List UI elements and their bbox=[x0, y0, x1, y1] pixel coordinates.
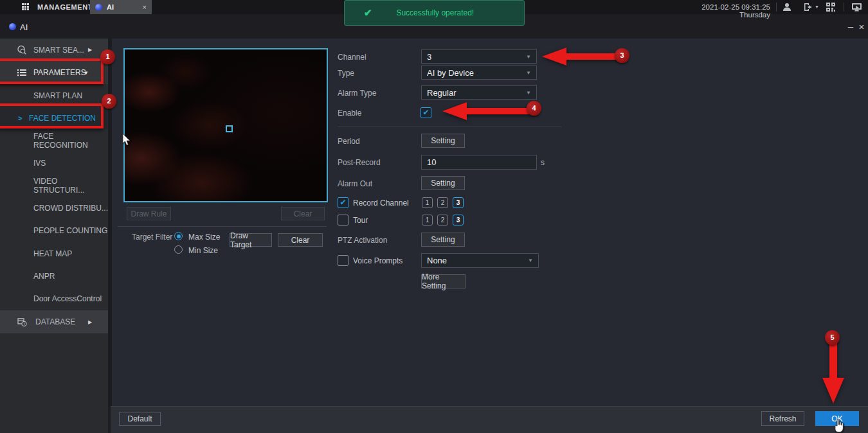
ptz-activation-label: PTZ Activation bbox=[338, 236, 387, 245]
enable-checkbox[interactable]: ✔ bbox=[420, 107, 431, 118]
user-icon[interactable] bbox=[782, 2, 792, 12]
annotation-arrow-3 bbox=[541, 46, 624, 67]
dropdown-caret-icon: ▼ bbox=[526, 90, 531, 96]
sidebar-item-face-recognition[interactable]: FACE RECOGNITION bbox=[0, 129, 108, 152]
voice-prompts-value: None bbox=[427, 256, 447, 265]
record-channel-1-chip[interactable]: 1 bbox=[422, 197, 433, 208]
post-record-label: Post-Record bbox=[338, 158, 381, 167]
refresh-button[interactable]: Refresh bbox=[761, 411, 804, 426]
logout-caret-icon[interactable]: ▼ bbox=[815, 4, 819, 9]
alarm-type-dropdown[interactable]: Regular ▼ bbox=[421, 85, 537, 100]
smart-search-icon bbox=[17, 45, 27, 55]
sidebar-label: IVS bbox=[33, 159, 46, 168]
enable-label: Enable bbox=[338, 109, 361, 118]
ai-config-window: MANAGEMENT AI × 2021-02-25 09:31:25 Thur… bbox=[0, 0, 868, 433]
record-channel-3-chip[interactable]: 3 bbox=[453, 197, 464, 208]
max-size-label: Max Size bbox=[188, 233, 220, 242]
clear-target-button[interactable]: Clear bbox=[278, 233, 323, 247]
alarm-out-label: Alarm Out bbox=[338, 179, 372, 188]
channel-dropdown[interactable]: 3 ▼ bbox=[421, 49, 537, 64]
tour-label: Tour bbox=[353, 216, 368, 225]
tour-checkbox[interactable] bbox=[338, 215, 348, 225]
sidebar-item-anpr[interactable]: ANPR bbox=[0, 265, 108, 287]
target-size-marker[interactable] bbox=[226, 125, 233, 132]
clear-rule-button[interactable]: Clear bbox=[281, 207, 325, 220]
topbar-separator bbox=[844, 3, 844, 12]
expand-right-icon: ▶ bbox=[88, 47, 92, 53]
dropdown-caret-icon: ▼ bbox=[528, 258, 533, 263]
logout-icon[interactable] bbox=[802, 2, 813, 12]
ai-globe-icon bbox=[95, 4, 102, 11]
annotation-box-parameters bbox=[0, 58, 104, 84]
post-record-input[interactable] bbox=[421, 155, 537, 170]
qr-code-icon[interactable] bbox=[826, 2, 836, 12]
ptz-setting-button[interactable]: Setting bbox=[421, 233, 465, 247]
post-record-unit: s bbox=[541, 158, 545, 167]
annotation-badge-1: 1 bbox=[100, 49, 115, 64]
tab-close-icon[interactable]: × bbox=[143, 3, 147, 11]
close-icon[interactable]: × bbox=[857, 21, 866, 32]
sidebar-label: ANPR bbox=[33, 272, 55, 281]
window-globe-icon bbox=[9, 23, 16, 30]
channel-value: 3 bbox=[427, 52, 431, 62]
voice-prompts-label: Voice Prompts bbox=[353, 256, 402, 265]
toast-check-icon: ✔ bbox=[364, 7, 372, 19]
record-channel-2-chip[interactable]: 2 bbox=[437, 197, 448, 208]
annotation-arrow-4 bbox=[441, 101, 538, 121]
annotation-badge-4: 4 bbox=[527, 101, 541, 116]
sidebar-item-database[interactable]: DATABASE ▶ bbox=[0, 310, 108, 333]
tour-2-chip[interactable]: 2 bbox=[437, 215, 448, 225]
apps-grid-icon[interactable] bbox=[22, 3, 30, 12]
sidebar-item-smart-search[interactable]: SMART SEA... ▶ bbox=[0, 39, 108, 61]
voice-prompts-checkbox[interactable] bbox=[338, 255, 348, 266]
datetime-display: 2021-02-25 09:31:25 Thursday bbox=[674, 3, 770, 19]
expand-right-icon: ▶ bbox=[88, 319, 92, 325]
mouse-hand-cursor bbox=[833, 419, 845, 433]
alarm-out-setting-button[interactable]: Setting bbox=[421, 176, 465, 190]
management-menu[interactable]: MANAGEMENT bbox=[37, 3, 93, 11]
sidebar-label: CROWD DISTRIBU... bbox=[33, 204, 108, 213]
record-channel-checkbox[interactable]: ✔ bbox=[338, 197, 348, 208]
dropdown-caret-icon: ▼ bbox=[526, 54, 531, 60]
draw-rule-button[interactable]: Draw Rule bbox=[127, 207, 171, 220]
mouse-arrow-cursor bbox=[122, 134, 131, 146]
more-setting-button[interactable]: More Setting bbox=[421, 274, 466, 288]
annotation-box-face-detection bbox=[0, 103, 104, 128]
video-preview[interactable] bbox=[123, 48, 328, 202]
min-size-label: Min Size bbox=[188, 246, 218, 255]
draw-target-button[interactable]: Draw Target bbox=[230, 233, 272, 247]
sidebar-item-door-access-control[interactable]: Door AccessControl bbox=[0, 287, 108, 310]
sidebar-label: Door AccessControl bbox=[33, 294, 102, 303]
sidebar-label: VIDEO STRUCTURI... bbox=[33, 177, 108, 195]
sidebar-item-people-counting[interactable]: PEOPLE COUNTING bbox=[0, 219, 108, 242]
type-value: AI by Device bbox=[427, 68, 474, 78]
period-label: Period bbox=[338, 137, 360, 146]
footer-bar bbox=[111, 406, 868, 433]
display-icon[interactable] bbox=[851, 2, 862, 12]
alarm-type-label: Alarm Type bbox=[338, 89, 376, 98]
sidebar-label: HEAT MAP bbox=[33, 249, 72, 258]
sidebar-nav: SMART SEA... ▶ PARAMETERS ▼ SMART PLAN >… bbox=[0, 39, 108, 433]
sidebar-item-video-structuring[interactable]: VIDEO STRUCTURI... bbox=[0, 174, 108, 197]
tour-3-chip[interactable]: 3 bbox=[453, 215, 464, 225]
type-label: Type bbox=[338, 69, 354, 78]
topbar-separator bbox=[776, 3, 777, 12]
tour-1-chip[interactable]: 1 bbox=[422, 215, 433, 225]
sidebar-item-ivs[interactable]: IVS bbox=[0, 152, 108, 174]
voice-prompts-dropdown[interactable]: None ▼ bbox=[421, 253, 539, 268]
sidebar-item-crowd-distribution[interactable]: CROWD DISTRIBU... bbox=[0, 197, 108, 219]
sidebar-item-heat-map[interactable]: HEAT MAP bbox=[0, 242, 108, 265]
annotation-badge-2: 2 bbox=[102, 94, 116, 109]
minimize-icon[interactable]: – bbox=[846, 21, 855, 31]
database-icon bbox=[17, 317, 27, 327]
tab-ai[interactable]: AI × bbox=[90, 0, 152, 14]
max-size-radio[interactable] bbox=[174, 232, 183, 240]
default-button[interactable]: Default bbox=[119, 412, 161, 426]
period-setting-button[interactable]: Setting bbox=[421, 134, 465, 148]
annotation-badge-5: 5 bbox=[825, 330, 840, 345]
rule-divider bbox=[118, 226, 327, 227]
type-dropdown[interactable]: AI by Device ▼ bbox=[421, 66, 537, 80]
min-size-radio[interactable] bbox=[174, 245, 183, 254]
toast-message: Successfully operated! bbox=[372, 8, 498, 17]
success-toast: ✔ Successfully operated! bbox=[344, 0, 525, 26]
